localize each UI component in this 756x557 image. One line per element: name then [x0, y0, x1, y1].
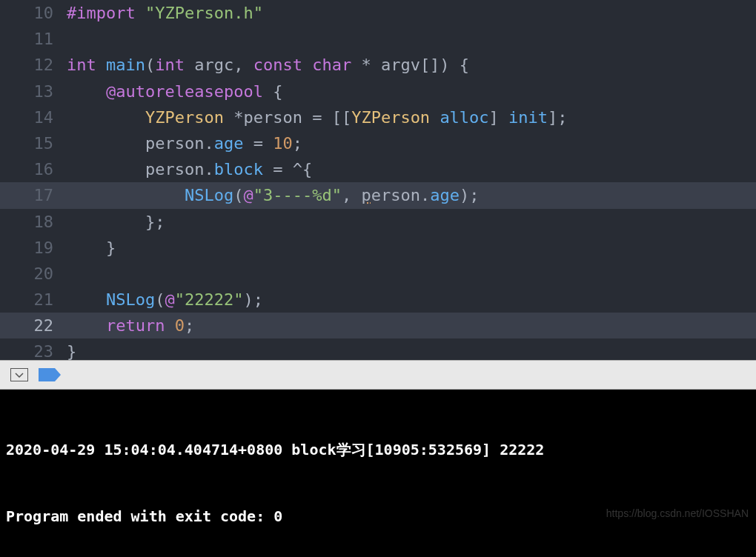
- line-number: 16: [0, 156, 67, 182]
- code-line[interactable]: 19 }: [0, 235, 756, 261]
- code-line[interactable]: 23}: [0, 338, 756, 360]
- code-content: return 0;: [67, 313, 756, 338]
- code-line[interactable]: 17 NSLog(@"3----%d", person.age);: [0, 182, 756, 208]
- code-content: YZPerson *person = [[YZPerson alloc] ini…: [67, 104, 756, 130]
- code-content: NSLog(@"22222");: [67, 287, 756, 313]
- code-line[interactable]: 13 @autoreleasepool {: [0, 79, 756, 104]
- line-number: 23: [0, 338, 67, 360]
- line-number: 17: [0, 182, 67, 208]
- code-editor[interactable]: 10#import "YZPerson.h"1112int main(int a…: [0, 0, 756, 360]
- code-line[interactable]: 12int main(int argc, const char * argv[]…: [0, 52, 756, 78]
- code-content: }: [67, 338, 756, 360]
- code-content: };: [67, 209, 756, 235]
- code-content: @autoreleasepool {: [67, 79, 756, 104]
- line-number: 12: [0, 52, 67, 78]
- line-number: 13: [0, 79, 67, 104]
- line-number: 21: [0, 287, 67, 313]
- code-line[interactable]: 22 return 0;: [0, 313, 756, 338]
- debug-toolbar: [0, 360, 756, 390]
- code-line[interactable]: 16 person.block = ^{: [0, 156, 756, 182]
- code-line[interactable]: 11: [0, 26, 756, 52]
- code-line[interactable]: 14 YZPerson *person = [[YZPerson alloc] …: [0, 104, 756, 130]
- code-content: NSLog(@"3----%d", person.age);: [67, 182, 756, 208]
- line-number: 22: [0, 313, 67, 338]
- code-line[interactable]: 21 NSLog(@"22222");: [0, 287, 756, 313]
- filter-icon[interactable]: [10, 368, 28, 381]
- code-line[interactable]: 10#import "YZPerson.h": [0, 0, 756, 26]
- code-line[interactable]: 15 person.age = 10;: [0, 130, 756, 156]
- code-content: #import "YZPerson.h": [67, 0, 756, 26]
- console-line: 2020-04-29 15:04:04.404714+0800 block学习[…: [6, 438, 750, 461]
- breakpoint-icon[interactable]: [39, 368, 61, 381]
- line-number: 14: [0, 104, 67, 130]
- line-number: 18: [0, 209, 67, 235]
- watermark: https://blog.csdn.net/IOSSHAN: [606, 505, 749, 521]
- code-content: int main(int argc, const char * argv[]) …: [67, 52, 756, 78]
- code-content: }: [67, 235, 756, 261]
- code-content: person.block = ^{: [67, 156, 756, 182]
- code-content: person.age = 10;: [67, 130, 756, 156]
- line-number: 10: [0, 0, 67, 26]
- code-line[interactable]: 18 };: [0, 209, 756, 235]
- line-number: 15: [0, 130, 67, 156]
- console-output: 2020-04-29 15:04:04.404714+0800 block学习[…: [0, 390, 756, 557]
- code-line[interactable]: 20: [0, 261, 756, 287]
- line-number: 20: [0, 261, 67, 287]
- line-number: 11: [0, 26, 67, 52]
- line-number: 19: [0, 235, 67, 261]
